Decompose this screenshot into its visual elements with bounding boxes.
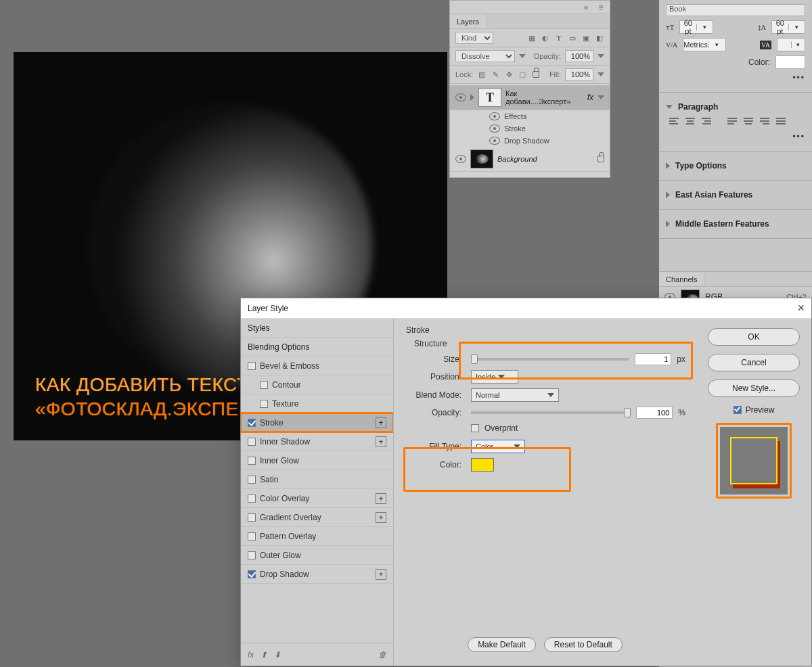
filter-pixel-icon[interactable]: ▦ [527,33,537,43]
chevron-down-icon[interactable] [597,95,604,99]
make-default-button[interactable]: Make Default [468,637,536,652]
justify-left-icon[interactable] [725,116,739,128]
add-instance-icon[interactable]: + [376,512,386,523]
checkbox-icon[interactable] [248,570,256,578]
reset-default-button[interactable]: Reset to Default [544,637,623,652]
lock-position-icon[interactable]: ✥ [504,70,514,79]
type-options-header[interactable]: Type Options [675,161,727,170]
layer-name[interactable]: Background [497,155,593,163]
chevron-right-icon[interactable] [666,221,670,227]
checkbox-icon[interactable] [248,513,256,522]
effect-item-stroke[interactable]: Stroke+ [241,413,393,432]
lock-paint-icon[interactable]: ✎ [491,70,500,79]
fx-menu-icon[interactable]: fx [248,650,254,660]
channels-tab[interactable]: Channels [659,273,704,286]
ok-button[interactable]: OK [708,328,800,346]
preview-checkbox[interactable] [734,406,742,414]
visibility-icon[interactable] [489,137,500,145]
checkbox-icon[interactable] [248,362,256,370]
size-input[interactable] [635,353,671,365]
effect-item-contour[interactable]: Contour [241,375,393,394]
blend-mode-select[interactable]: Dissolve [455,50,515,62]
trash-icon[interactable]: 🗑 [378,650,386,660]
fill-input[interactable] [565,68,593,80]
checkbox-icon[interactable] [248,476,256,484]
size-slider[interactable] [471,358,629,361]
char-color-swatch[interactable] [775,55,805,69]
paragraph-header[interactable]: Paragraph [678,102,718,112]
checkbox-icon[interactable] [248,532,256,540]
more-dots-icon[interactable]: ••• [792,132,805,141]
effect-item-drop-shadow[interactable]: Drop Shadow+ [241,565,393,584]
more-dots-icon[interactable]: ••• [792,73,805,83]
add-instance-icon[interactable]: + [376,569,386,580]
effect-item-outer-glow[interactable]: Outer Glow [241,546,393,565]
chevron-right-icon[interactable] [666,162,670,169]
filter-adjust-icon[interactable]: ◐ [541,33,550,43]
middle-eastern-header[interactable]: Middle Eastern Features [675,219,769,229]
lock-all-icon[interactable] [531,70,541,79]
checkbox-icon[interactable] [248,419,256,427]
opacity-input[interactable] [636,407,673,419]
chevron-down-icon[interactable] [597,72,604,76]
checkbox-icon[interactable] [248,551,256,559]
move-down-icon[interactable]: ⬇ [274,650,281,660]
fx-badge[interactable]: fx [587,93,593,102]
effect-item-inner-glow[interactable]: Inner Glow [241,451,393,470]
layer-row-text[interactable]: T Как добави....Эксперт» fx [450,85,610,110]
visibility-icon[interactable] [489,124,500,133]
effects-label[interactable]: Effects [504,112,526,120]
checkbox-icon[interactable] [248,438,256,446]
chevron-down-icon[interactable] [597,54,604,58]
panel-menu-icon[interactable]: ≡ [596,3,606,12]
stroke-color-swatch[interactable] [471,458,494,472]
filter-smart-icon[interactable]: ▣ [581,33,591,43]
visibility-icon[interactable] [455,155,466,163]
justify-right-icon[interactable] [758,116,771,128]
opacity-input[interactable] [565,50,593,62]
fill-type-select[interactable]: Color [471,440,525,453]
layer-name[interactable]: Как добави....Эксперт» [505,89,583,106]
filter-text-icon[interactable]: T [554,33,564,43]
align-center-icon[interactable] [683,116,697,128]
checkbox-icon[interactable] [260,400,268,408]
chevron-right-icon[interactable] [470,94,474,101]
close-icon[interactable]: × [797,301,805,315]
blending-options-item[interactable]: Blending Options [241,338,393,356]
kerning-input[interactable]: Metrics▾ [683,38,726,51]
panel-collapse-icon[interactable]: « [581,3,591,12]
chevron-right-icon[interactable] [666,191,670,198]
blend-mode-select[interactable]: Normal [471,388,559,402]
east-asian-header[interactable]: East Asian Features [675,190,752,200]
position-select[interactable]: Inside [471,370,518,384]
layer-filter-kind[interactable]: Kind [455,32,493,44]
filter-shape-icon[interactable]: ▭ [568,33,577,43]
overprint-checkbox[interactable] [471,424,479,432]
new-style-button[interactable]: New Style... [708,380,800,397]
layers-tab[interactable]: Layers [450,15,487,28]
align-left-icon[interactable] [667,116,681,128]
effect-item-pattern-overlay[interactable]: Pattern Overlay [241,527,393,546]
styles-header[interactable]: Styles [241,319,393,338]
effect-item-color-overlay[interactable]: Color Overlay+ [241,489,393,508]
move-up-icon[interactable]: ⬆ [261,650,267,660]
add-instance-icon[interactable]: + [376,493,386,504]
visibility-icon[interactable] [489,112,500,120]
lock-artboard-icon[interactable]: ▢ [518,70,527,79]
checkbox-icon[interactable] [248,495,256,503]
font-style-select[interactable]: Book [666,4,805,16]
leading-input[interactable]: 60 pt▾ [771,20,805,34]
effect-stroke[interactable]: Stroke [504,124,526,133]
visibility-icon[interactable] [455,93,466,101]
align-right-icon[interactable] [700,116,713,128]
cancel-button[interactable]: Cancel [708,354,800,371]
opacity-slider[interactable] [471,411,631,414]
tracking-input[interactable]: ▾ [777,38,805,51]
checkbox-icon[interactable] [260,381,268,389]
effect-drop-shadow[interactable]: Drop Shadow [504,137,549,145]
justify-all-icon[interactable] [774,116,788,128]
font-size-input[interactable]: 60 pt▾ [679,20,713,34]
effect-item-gradient-overlay[interactable]: Gradient Overlay+ [241,508,393,527]
effect-item-texture[interactable]: Texture [241,394,393,413]
filter-toggle-icon[interactable]: ◧ [595,33,604,43]
